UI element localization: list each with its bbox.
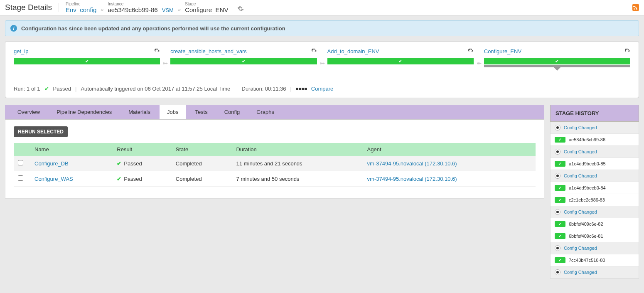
history-link[interactable]: Config Changed — [564, 149, 597, 154]
history-run[interactable]: c2c1ebc2c886-83 — [551, 194, 639, 206]
history-config-changed[interactable]: Config Changed — [551, 170, 639, 182]
breadcrumb-instance: Instance ae5349c6cb99-86 VSM — [108, 2, 173, 13]
history-link[interactable]: Config Changed — [564, 209, 597, 214]
stage-link[interactable]: Add_to_domain_ENV — [327, 48, 379, 54]
chevron-right-icon: » — [101, 6, 103, 13]
tab-materials[interactable]: Materials — [121, 105, 158, 119]
history-config-changed[interactable]: Config Changed — [551, 206, 639, 218]
agent-link[interactable]: vm-37494-95.novalocal (172.30.10.6) — [367, 176, 457, 182]
passed-badge-icon — [555, 161, 565, 167]
history-link[interactable]: Config Changed — [564, 173, 597, 178]
stage-status-bar[interactable]: ✔ — [484, 58, 630, 64]
pipeline-link[interactable]: Env_config — [66, 6, 96, 13]
separator: | — [75, 86, 76, 92]
history-run[interactable]: ae5349c6cb99-86 — [551, 134, 639, 146]
gear-icon[interactable] — [237, 5, 244, 13]
refresh-icon[interactable] — [624, 49, 630, 54]
stage-status-bar[interactable]: ✔ — [170, 58, 317, 64]
history-run[interactable]: 7cc43b47c518-80 — [551, 254, 639, 266]
config-changed-icon — [555, 149, 560, 155]
jobs-table: NameResultStateDurationAgent Configure_D… — [14, 143, 536, 187]
instance-value: ae5349c6cb99-86 VSM — [108, 6, 173, 13]
agent-link[interactable]: vm-37494-95.novalocal (172.30.10.6) — [367, 160, 457, 167]
passed-badge-icon — [555, 137, 565, 143]
job-state: Completed — [172, 171, 232, 187]
history-config-changed[interactable]: Config Changed — [551, 266, 639, 278]
check-icon: ✔ — [398, 59, 402, 64]
tab-jobs[interactable]: Jobs — [160, 105, 186, 119]
column-header: Name — [30, 143, 113, 156]
passed-badge-icon — [555, 257, 565, 263]
refresh-icon[interactable] — [154, 49, 160, 54]
stage-label: Stage — [185, 2, 228, 6]
history-config-changed[interactable]: Config Changed — [551, 122, 639, 134]
stage-link[interactable]: create_ansible_hosts_and_vars — [170, 48, 247, 54]
check-icon: ✔ — [44, 86, 49, 92]
history-run-label: 6bbfef409c6e-82 — [569, 222, 603, 227]
job-link[interactable]: Configure_DB — [34, 160, 69, 167]
history-link[interactable]: Config Changed — [564, 246, 597, 251]
column-header: Result — [113, 143, 171, 156]
check-icon: ✔ — [85, 59, 89, 64]
history-run[interactable]: a1e4dd9becb0-84 — [551, 182, 639, 194]
duration: Duration: 00:11:36 — [242, 86, 286, 92]
tab-graphs[interactable]: Graphs — [249, 105, 282, 119]
refresh-icon[interactable] — [311, 49, 317, 54]
stage-history-panel: STAGE HISTORY Config Changedae5349c6cb99… — [550, 105, 639, 279]
check-icon: ✔ — [555, 59, 559, 64]
vsm-link[interactable]: VSM — [162, 7, 174, 13]
column-header — [14, 143, 30, 156]
breadcrumb: Pipeline Env_config » Instance ae5349c6c… — [66, 2, 244, 13]
stage-Add_to_domain_ENV: Add_to_domain_ENV✔ — [327, 48, 474, 67]
table-row: Configure_WASPassedCompleted7 minutes an… — [14, 171, 536, 187]
stages-row: get_ip✔▸▸▸create_ansible_hosts_and_vars✔… — [14, 48, 630, 67]
stage-link[interactable]: get_ip — [14, 48, 28, 54]
config-changed-icon — [555, 125, 560, 130]
left-column: OverviewPipeline DependenciesMaterialsJo… — [5, 105, 544, 199]
trigger-info: Automatically triggered on 06 Oct 2017 a… — [81, 86, 230, 92]
run-meta: Run: 1 of 1 ✔ Passed | Automatically tri… — [14, 86, 630, 92]
config-changed-icon — [555, 269, 560, 275]
info-text: Configuration has since been updated and… — [21, 25, 285, 32]
row-checkbox[interactable] — [18, 160, 23, 165]
tab-overview[interactable]: Overview — [10, 105, 47, 119]
rss-icon[interactable] — [632, 4, 639, 11]
stage-separator-icon: ▸▸▸ — [477, 48, 481, 67]
history-run[interactable]: a1e4dd9becb0-85 — [551, 158, 639, 170]
tab-tests[interactable]: Tests — [187, 105, 215, 119]
stage-status-bar[interactable]: ✔ — [14, 58, 160, 64]
rerun-selected-button[interactable]: RERUN SELECTED — [14, 126, 68, 137]
job-link[interactable]: Configure_WAS — [34, 176, 73, 182]
table-header-row: NameResultStateDurationAgent — [14, 143, 536, 156]
table-row: Configure_DBPassedCompleted11 minutes an… — [14, 156, 536, 171]
history-link[interactable]: Config Changed — [564, 270, 597, 275]
refresh-icon[interactable] — [468, 49, 474, 54]
column-header: Duration — [232, 143, 363, 156]
tab-pipeline-dependencies[interactable]: Pipeline Dependencies — [49, 105, 119, 119]
history-run[interactable]: 6bbfef409c6e-82 — [551, 218, 639, 230]
history-config-changed[interactable]: Config Changed — [551, 146, 639, 158]
history-link[interactable]: Config Changed — [564, 125, 597, 130]
tab-body-jobs: RERUN SELECTED NameResultStateDurationAg… — [5, 120, 544, 199]
config-changed-icon — [555, 209, 560, 215]
config-changed-icon — [555, 173, 560, 179]
compare-icon — [296, 88, 307, 90]
stage-link[interactable]: Configure_ENV — [484, 48, 521, 54]
history-run-label: a1e4dd9becb0-85 — [569, 161, 606, 166]
history-run-label: 6bbfef409c6e-81 — [569, 234, 603, 239]
tab-config[interactable]: Config — [217, 105, 248, 119]
page-title: Stage Details — [5, 3, 59, 12]
info-banner: i Configuration has since been updated a… — [5, 20, 639, 36]
stage-status-bar[interactable]: ✔ — [327, 58, 474, 64]
row-checkbox[interactable] — [18, 175, 23, 181]
passed-badge-icon — [555, 185, 565, 191]
history-config-changed[interactable]: Config Changed — [551, 242, 639, 254]
compare-link[interactable]: Compare — [311, 86, 333, 92]
passed-badge-icon — [555, 233, 565, 239]
instance-id: ae5349c6cb99-86 — [108, 6, 157, 13]
job-result: Passed — [117, 160, 142, 167]
history-run[interactable]: 6bbfef409c6e-81 — [551, 230, 639, 242]
breadcrumb-stage: Stage Configure_ENV — [185, 2, 228, 13]
instance-label: Instance — [108, 2, 173, 6]
history-run-label: 7cc43b47c518-80 — [569, 258, 605, 263]
